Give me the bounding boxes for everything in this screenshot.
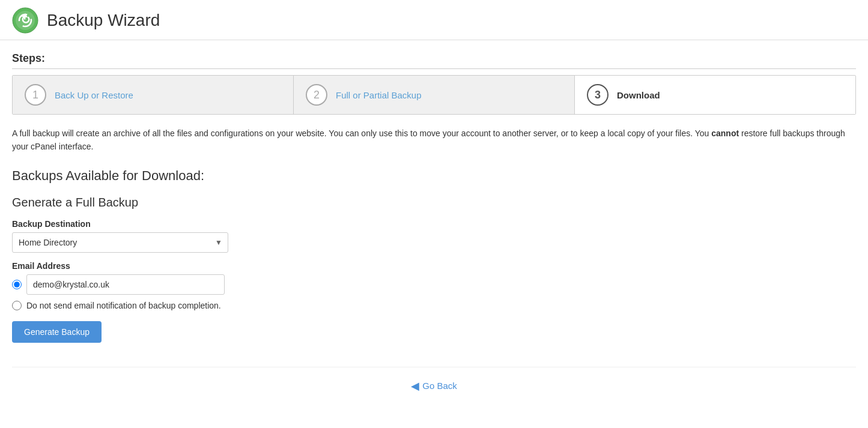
step-3-label: Download (617, 90, 660, 100)
no-email-radio[interactable] (12, 301, 22, 310)
backup-destination-select[interactable]: Home Directory Remote FTP Server Remote … (12, 232, 228, 253)
backup-destination-group: Backup Destination Home Directory Remote… (12, 219, 856, 253)
steps-bar: 1 Back Up or Restore 2 Full or Partial B… (12, 75, 856, 115)
go-back-link[interactable]: ◀ Go Back (411, 379, 457, 393)
email-address-group: Email Address Do not send email notifica… (12, 261, 856, 310)
step-2-number: 2 (306, 84, 327, 106)
generate-backup-title: Generate a Full Backup (12, 196, 856, 209)
no-email-row: Do not send email notification of backup… (12, 301, 856, 310)
email-input[interactable] (26, 274, 225, 295)
email-address-label: Email Address (12, 261, 856, 271)
destination-select-wrapper: Home Directory Remote FTP Server Remote … (12, 232, 228, 253)
back-arrow-icon: ◀ (411, 379, 419, 393)
no-email-label: Do not send email notification of backup… (26, 301, 221, 310)
generate-backup-button[interactable]: Generate Backup (12, 321, 102, 343)
step-1-number: 1 (25, 84, 46, 106)
main-content: Steps: 1 Back Up or Restore 2 Full or Pa… (0, 40, 868, 417)
step-1-label: Back Up or Restore (55, 90, 133, 100)
go-back-label: Go Back (422, 381, 457, 391)
steps-label: Steps: (12, 52, 856, 69)
backup-wizard-icon: ↻ (12, 7, 38, 34)
page-title: Backup Wizard (47, 11, 160, 30)
step-3[interactable]: 3 Download (575, 76, 855, 114)
email-input-row (12, 274, 856, 295)
page-header: ↻ Backup Wizard (0, 0, 868, 40)
backup-destination-label: Backup Destination (12, 219, 856, 229)
email-radio[interactable] (12, 280, 22, 289)
step-1[interactable]: 1 Back Up or Restore (13, 76, 294, 114)
step-3-number: 3 (587, 84, 609, 106)
backups-available-title: Backups Available for Download: (12, 168, 856, 184)
go-back-section: ◀ Go Back (12, 367, 856, 393)
step-2[interactable]: 2 Full or Partial Backup (294, 76, 575, 114)
step-2-label: Full or Partial Backup (336, 90, 422, 100)
page-description: A full backup will create an archive of … (12, 127, 853, 154)
